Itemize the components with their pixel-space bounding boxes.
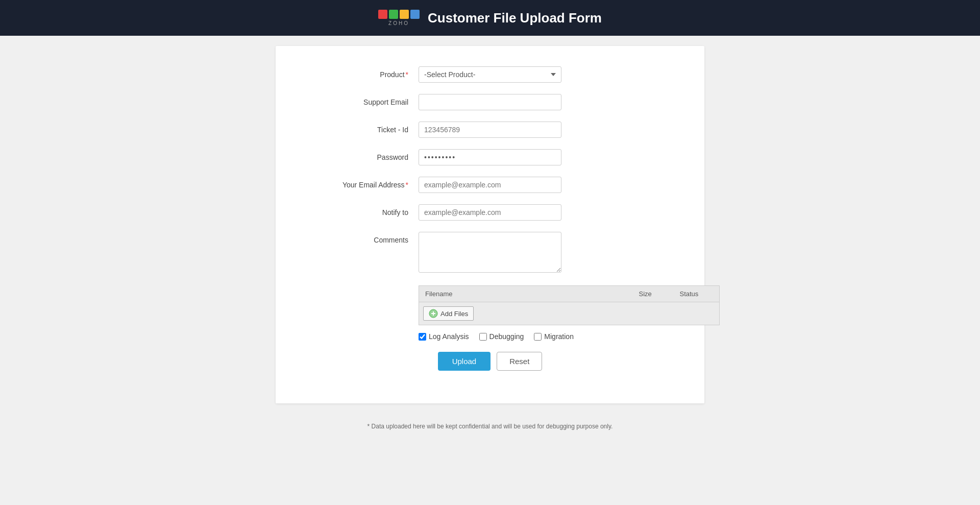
add-files-button[interactable]: Add Files [423, 306, 474, 321]
notify-control [419, 204, 561, 221]
support-email-row: Support Email [306, 94, 674, 110]
support-email-label: Support Email [306, 94, 419, 106]
ticket-id-input[interactable] [419, 122, 561, 138]
actions-row: Upload Reset [306, 352, 674, 371]
log-analysis-label: Log Analysis [429, 332, 469, 341]
comments-textarea[interactable] [419, 232, 561, 273]
add-files-icon [429, 309, 438, 318]
notify-row: Notify to [306, 204, 674, 221]
comments-row: Comments [306, 232, 674, 274]
content-wrapper: Product* -Select Product- Support Email … [0, 36, 980, 414]
password-control [419, 149, 561, 165]
logo-sq-red [378, 10, 387, 19]
email-input[interactable] [419, 177, 561, 193]
email-label: Your Email Address* [306, 177, 419, 189]
file-section: Filename Size Status [419, 285, 674, 325]
comments-label: Comments [306, 232, 419, 244]
checkbox-debugging[interactable]: Debugging [479, 332, 524, 341]
email-row: Your Email Address* [306, 177, 674, 193]
support-email-input[interactable] [419, 94, 561, 110]
footer-note: * Data uploaded here will be kept confid… [0, 423, 980, 440]
logo-squares [378, 10, 420, 19]
page-title: Customer File Upload Form [428, 10, 602, 26]
password-row: Password [306, 149, 674, 165]
notify-input[interactable] [419, 204, 561, 221]
ticket-id-control [419, 122, 561, 138]
migration-checkbox[interactable] [534, 333, 542, 341]
ticket-id-row: Ticket - Id [306, 122, 674, 138]
add-files-row: Add Files [419, 302, 720, 325]
file-table-header: Filename Size Status [419, 286, 720, 302]
logo-text: ZOHO [388, 20, 409, 26]
col-size: Size [633, 286, 674, 302]
email-control [419, 177, 561, 193]
debugging-checkbox[interactable] [479, 333, 487, 341]
page-header: ZOHO Customer File Upload Form [0, 0, 980, 36]
product-label: Product* [306, 66, 419, 79]
notify-label: Notify to [306, 204, 419, 217]
add-files-cell: Add Files [419, 302, 720, 325]
add-files-label: Add Files [440, 310, 468, 318]
email-required-star: * [406, 181, 408, 189]
checkbox-migration[interactable]: Migration [534, 332, 574, 341]
ticket-id-label: Ticket - Id [306, 122, 419, 134]
log-analysis-checkbox[interactable] [419, 333, 426, 341]
logo-sq-blue [410, 10, 420, 19]
comments-control [419, 232, 561, 274]
form-card: Product* -Select Product- Support Email … [276, 46, 704, 403]
debugging-label: Debugging [489, 332, 524, 341]
file-table: Filename Size Status [419, 285, 720, 325]
logo-sq-green [389, 10, 398, 19]
col-status: Status [674, 286, 720, 302]
col-filename: Filename [419, 286, 633, 302]
support-email-control [419, 94, 561, 110]
product-row: Product* -Select Product- [306, 66, 674, 83]
password-label: Password [306, 149, 419, 161]
upload-button[interactable]: Upload [438, 352, 491, 371]
reset-button[interactable]: Reset [497, 352, 542, 371]
logo-sq-yellow [400, 10, 409, 19]
product-select[interactable]: -Select Product- [419, 66, 561, 83]
checkbox-log-analysis[interactable]: Log Analysis [419, 332, 469, 341]
logo: ZOHO [378, 10, 420, 26]
migration-label: Migration [544, 332, 574, 341]
product-required-star: * [406, 70, 408, 79]
checkboxes-row: Log Analysis Debugging Migration [419, 332, 674, 341]
product-control: -Select Product- [419, 66, 561, 83]
password-input[interactable] [419, 149, 561, 165]
